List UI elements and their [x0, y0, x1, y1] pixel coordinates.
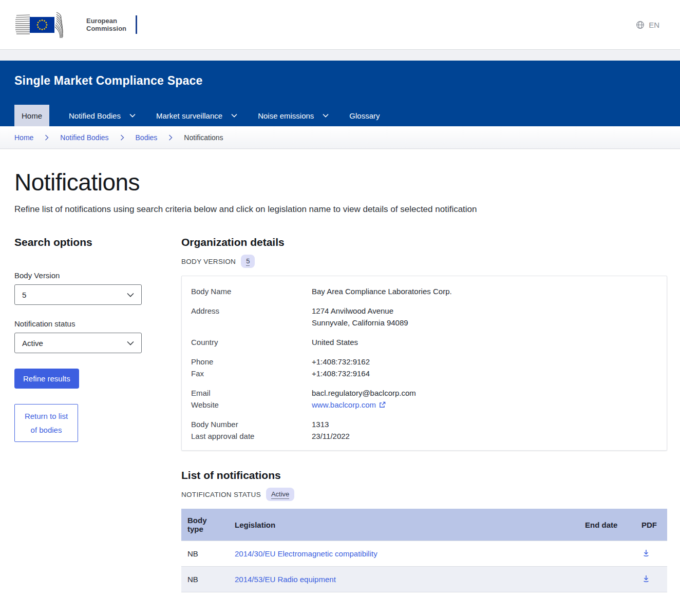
- chevron-right-icon: [45, 134, 49, 141]
- page-title: Notifications: [14, 168, 667, 196]
- chevron-down-icon: [231, 113, 237, 118]
- chevron-right-icon: [168, 134, 173, 141]
- notification-status-select[interactable]: Active: [14, 333, 142, 353]
- page-subtitle: Refine list of notifications using searc…: [14, 204, 667, 215]
- legislation-link[interactable]: 2014/53/EU Radio equipment: [235, 575, 336, 584]
- main-nav: Single Market Compliance Space Home Noti…: [0, 61, 680, 126]
- nav-tab-label: Noise emissions: [258, 111, 314, 120]
- list-of-notifications-heading: List of notifications: [181, 469, 667, 482]
- detail-row-last-approval: Last approval date 23/11/2022: [191, 430, 657, 442]
- detail-value: United States: [312, 336, 358, 348]
- download-icon: [641, 574, 651, 583]
- site-header: European Commission EN: [0, 0, 680, 49]
- body-type-cell: NB: [181, 567, 229, 592]
- chevron-right-icon: [120, 134, 124, 141]
- detail-value: 1274 Anvilwood Avenue Sunnyvale, Califor…: [312, 305, 408, 329]
- body-version-badge[interactable]: 5: [241, 255, 255, 268]
- detail-label: Phone: [191, 356, 312, 368]
- chevron-down-icon: [129, 113, 136, 118]
- detail-value: +1:408:732:9162: [312, 356, 370, 368]
- detail-row-address: Address 1274 Anvilwood Avenue Sunnyvale,…: [191, 305, 657, 329]
- detail-label: Address: [191, 305, 312, 329]
- nav-tab-noise-emissions[interactable]: Noise emissions: [257, 105, 330, 126]
- header-divider-band: [0, 49, 680, 61]
- nav-menu: Home Notified Bodies Market surveillance…: [14, 105, 666, 126]
- logo-text: European Commission: [86, 17, 126, 32]
- detail-value: +1:408:732:9164: [312, 368, 370, 379]
- logo-text-line1: European: [86, 17, 126, 25]
- detail-label: Fax: [191, 368, 312, 379]
- detail-value: www.baclcorp.com: [312, 399, 386, 411]
- col-header-body-type: Body type: [181, 509, 229, 541]
- globe-icon: [636, 21, 645, 29]
- ec-logo[interactable]: European Commission: [14, 9, 137, 40]
- breadcrumb: Home Notified Bodies Bodies Notification…: [0, 126, 680, 149]
- body-version-label: Body Version: [14, 271, 142, 280]
- body-version-select[interactable]: 5: [14, 284, 142, 305]
- table-row: NB 2014/53/EU Radio equipment: [181, 567, 667, 592]
- detail-row-phone: Phone +1:408:732:9162: [191, 356, 657, 368]
- notification-status-badge[interactable]: Active: [266, 488, 294, 501]
- detail-label: Country: [191, 336, 312, 348]
- table-row: NB 2014/30/EU Electromagnetic compatibil…: [181, 541, 667, 567]
- site-title: Single Market Compliance Space: [14, 74, 666, 88]
- breadcrumb-home[interactable]: Home: [14, 133, 33, 142]
- language-label: EN: [649, 21, 659, 29]
- detail-label: Website: [191, 399, 312, 411]
- organization-details-heading: Organization details: [181, 236, 667, 248]
- detail-label: Last approval date: [191, 430, 312, 442]
- detail-row-website: Website www.baclcorp.com: [191, 399, 657, 411]
- col-header-end-date: End date: [579, 509, 635, 541]
- detail-value: 1313: [312, 418, 329, 430]
- nav-tab-market-surveillance[interactable]: Market surveillance: [155, 105, 238, 126]
- breadcrumb-notified-bodies[interactable]: Notified Bodies: [60, 133, 108, 142]
- organization-details-card: Body Name Bay Area Compliance Laboratori…: [181, 276, 667, 451]
- website-link[interactable]: www.baclcorp.com: [312, 399, 386, 411]
- nav-tab-notified-bodies[interactable]: Notified Bodies: [68, 105, 137, 126]
- nav-tab-label: Market surveillance: [156, 111, 222, 120]
- col-header-pdf: PDF: [635, 509, 667, 541]
- breadcrumb-bodies[interactable]: Bodies: [136, 133, 158, 142]
- body-version-value: 5: [22, 291, 26, 299]
- details-panel: Organization details BODY VERSION 5 Body…: [181, 236, 667, 592]
- notification-status-value: Active: [22, 339, 43, 348]
- language-selector[interactable]: EN: [636, 21, 659, 29]
- breadcrumb-current: Notifications: [184, 133, 223, 142]
- main-content: Notifications Refine list of notificatio…: [0, 149, 680, 613]
- external-link-icon: [379, 401, 386, 409]
- notification-status-label: Notification status: [14, 319, 142, 328]
- notification-status-meta-label: NOTIFICATION STATUS: [181, 491, 261, 498]
- nav-tab-label: Home: [22, 111, 42, 120]
- detail-value: 23/11/2022: [312, 430, 350, 442]
- chevron-down-icon: [127, 341, 134, 345]
- pdf-download-button[interactable]: [641, 548, 651, 557]
- ec-flag-graphic: [14, 9, 80, 40]
- legislation-link[interactable]: 2014/30/EU Electromagnetic compatibility: [235, 549, 377, 558]
- detail-value: bacl.regulatory@baclcorp.com: [312, 387, 416, 399]
- search-options-panel: Search options Body Version 5 Notificati…: [14, 236, 142, 592]
- pdf-download-button[interactable]: [641, 574, 651, 583]
- table-header-row: Body type Legislation End date PDF: [181, 509, 667, 541]
- end-date-cell: [579, 567, 635, 592]
- body-type-cell: NB: [181, 541, 229, 567]
- refine-results-button[interactable]: Refine results: [14, 369, 79, 389]
- end-date-cell: [579, 541, 635, 567]
- search-options-heading: Search options: [14, 236, 142, 248]
- detail-row-country: Country United States: [191, 336, 657, 348]
- nav-tab-label: Notified Bodies: [69, 111, 121, 120]
- body-version-badge-value: 5: [246, 257, 250, 266]
- nav-tab-home[interactable]: Home: [14, 105, 49, 126]
- nav-tab-label: Glossary: [349, 111, 380, 120]
- return-to-list-button[interactable]: Return to list of bodies: [14, 404, 78, 442]
- detail-label: Email: [191, 387, 312, 399]
- detail-value: Bay Area Compliance Laboratories Corp.: [312, 285, 452, 297]
- download-icon: [641, 548, 651, 557]
- nav-tab-glossary[interactable]: Glossary: [348, 105, 381, 126]
- detail-row-body-name: Body Name Bay Area Compliance Laboratori…: [191, 285, 657, 297]
- address-line-1: 1274 Anvilwood Avenue: [312, 305, 408, 317]
- detail-row-email: Email bacl.regulatory@baclcorp.com: [191, 387, 657, 399]
- body-version-meta-label: BODY VERSION: [181, 258, 236, 265]
- website-link-text: www.baclcorp.com: [312, 399, 376, 411]
- col-header-legislation: Legislation: [229, 509, 579, 541]
- chevron-down-icon: [323, 113, 329, 118]
